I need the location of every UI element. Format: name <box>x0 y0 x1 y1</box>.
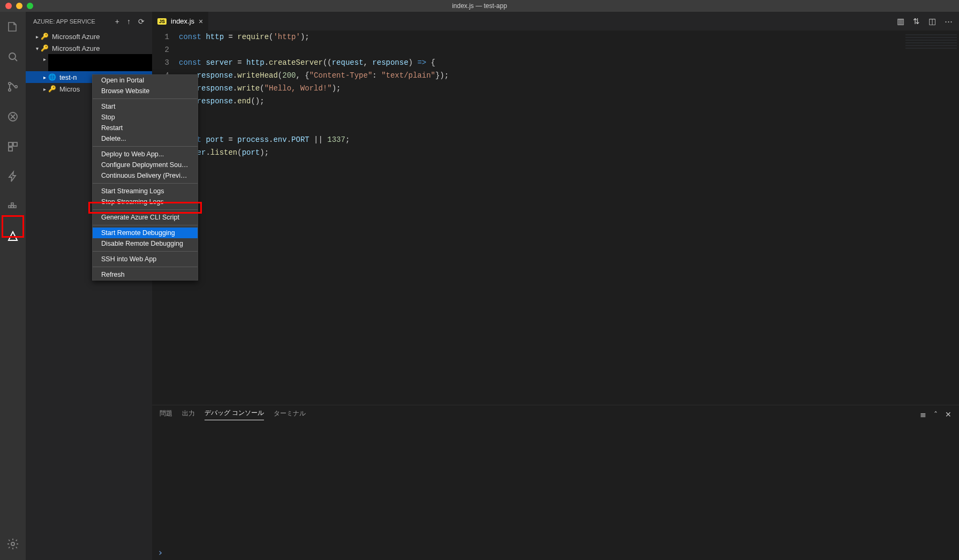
clear-console-icon[interactable]: ≣ <box>920 410 926 419</box>
line-number: 1 <box>152 31 169 43</box>
tab-index-js[interactable]: JS index.js × <box>152 12 209 31</box>
panel-tab-debug-console[interactable]: デバッグ コンソール <box>205 408 264 420</box>
chevron-right-icon: ▸ <box>33 34 41 40</box>
svg-rect-9 <box>11 206 13 208</box>
key-icon: 🔑 <box>41 33 49 40</box>
ctx-separator <box>93 99 198 99</box>
sidebar-header: AZURE: APP SERVICE + ↑ ⟳ <box>26 12 152 31</box>
main-area: AZURE: APP SERVICE + ↑ ⟳ ▸ 🔑 Microsoft A… <box>0 12 959 560</box>
svg-point-12 <box>11 542 14 546</box>
chevron-down-icon: ▾ <box>33 46 41 51</box>
tree-label: test-n <box>59 73 77 81</box>
ctx-separator <box>93 225 198 225</box>
panel-close-icon[interactable]: ✕ <box>945 410 952 419</box>
tree-redacted-item: ▸ <box>26 54 152 71</box>
ctx-browse-website[interactable]: Browse Website <box>93 86 198 96</box>
line-number: 2 <box>152 43 169 56</box>
tree-label: Microsoft Azure <box>52 33 100 41</box>
svg-point-3 <box>15 86 17 88</box>
app-root: index.js — test-app <box>0 0 959 560</box>
ctx-refresh[interactable]: Refresh <box>93 269 198 280</box>
ctx-disable-remote-debugging[interactable]: Disable Remote Debugging <box>93 238 198 249</box>
minimize-window-button[interactable] <box>16 3 22 9</box>
docker-icon[interactable] <box>0 196 26 217</box>
sidebar-refresh-icon[interactable]: ⟳ <box>138 17 145 26</box>
code-editor[interactable]: 1 2 3 4 5 6 7 8 9 10 const http = requir… <box>152 31 959 405</box>
panel-tab-output[interactable]: 出力 <box>182 409 195 420</box>
compare-changes-icon[interactable]: ▥ <box>897 17 904 26</box>
svg-rect-5 <box>9 142 12 146</box>
tab-label: index.js <box>171 17 194 25</box>
tab-close-icon[interactable]: × <box>199 17 203 26</box>
sidebar: AZURE: APP SERVICE + ↑ ⟳ ▸ 🔑 Microsoft A… <box>26 12 152 560</box>
azure-functions-icon[interactable] <box>0 166 26 187</box>
ctx-start-streaming[interactable]: Start Streaming Logs <box>93 186 198 196</box>
titlebar: index.js — test-app <box>0 0 959 12</box>
svg-rect-8 <box>9 206 11 208</box>
tree-label: Microsoft Azure <box>52 44 100 52</box>
ctx-continuous-delivery[interactable]: Continuous Delivery (Preview) <box>93 170 198 181</box>
sidebar-actions: + ↑ ⟳ <box>115 17 145 26</box>
tree-label: Micros <box>59 85 80 93</box>
debug-console-prompt-icon[interactable]: › <box>152 547 959 560</box>
debug-icon[interactable] <box>0 106 26 127</box>
panel-maximize-icon[interactable]: ˄ <box>934 410 938 419</box>
more-actions-icon[interactable]: ⋯ <box>945 17 953 26</box>
open-changes-icon[interactable]: ⇅ <box>913 17 920 26</box>
explorer-icon[interactable] <box>0 16 26 37</box>
ctx-start[interactable]: Start <box>93 101 198 112</box>
minimap[interactable] <box>905 33 957 49</box>
chevron-right-icon: ▸ <box>41 86 48 92</box>
bottom-panel: 問題 出力 デバッグ コンソール ターミナル ≣ ˄ ✕ › <box>152 405 959 560</box>
search-icon[interactable] <box>0 46 26 67</box>
ctx-restart[interactable]: Restart <box>93 123 198 133</box>
maximize-window-button[interactable] <box>27 3 33 9</box>
ctx-separator <box>93 251 198 252</box>
editor-toolbar: ▥ ⇅ ◫ ⋯ <box>897 12 959 31</box>
ctx-separator <box>93 183 198 184</box>
sidebar-deploy-icon[interactable]: ↑ <box>127 17 131 26</box>
extensions-icon[interactable] <box>0 136 26 157</box>
globe-icon: 🌐 <box>48 73 56 81</box>
ctx-configure-deploy[interactable]: Configure Deployment Source... <box>93 160 198 170</box>
panel-actions: ≣ ˄ ✕ <box>920 410 952 419</box>
ctx-delete[interactable]: Delete... <box>93 133 198 144</box>
sidebar-add-icon[interactable]: + <box>115 17 119 26</box>
panel-tab-terminal[interactable]: ターミナル <box>274 409 306 420</box>
key-icon: 🔑 <box>48 85 56 93</box>
line-number: 3 <box>152 56 169 69</box>
ctx-separator <box>93 146 198 147</box>
panel-body[interactable] <box>152 423 959 547</box>
azure-icon-highlight <box>2 215 24 238</box>
panel-tabs: 問題 出力 デバッグ コンソール ターミナル ≣ ˄ ✕ <box>152 405 959 423</box>
svg-rect-10 <box>14 206 16 208</box>
ctx-separator <box>93 267 198 267</box>
tree-subscription-1[interactable]: ▾ 🔑 Microsoft Azure <box>26 42 152 54</box>
ctx-ssh[interactable]: SSH into Web App <box>93 254 198 264</box>
js-file-icon: JS <box>157 18 167 25</box>
split-editor-icon[interactable]: ◫ <box>928 17 936 26</box>
tree-subscription-0[interactable]: ▸ 🔑 Microsoft Azure <box>26 31 152 42</box>
ctx-generate-cli[interactable]: Generate Azure CLI Script <box>93 212 198 223</box>
close-window-button[interactable] <box>5 3 12 9</box>
svg-point-0 <box>9 53 16 59</box>
context-menu: Open in Portal Browse Website Start Stop… <box>92 74 198 281</box>
ctx-open-portal[interactable]: Open in Portal <box>93 75 198 86</box>
settings-gear-icon[interactable] <box>0 533 26 555</box>
code-content[interactable]: const http = require('http'); const serv… <box>179 31 959 405</box>
ctx-deploy[interactable]: Deploy to Web App... <box>93 149 198 160</box>
editor-area: JS index.js × ▥ ⇅ ◫ ⋯ 1 2 3 4 5 6 7 8 9 … <box>152 12 959 560</box>
svg-rect-11 <box>11 203 13 205</box>
chevron-right-icon: ▸ <box>41 74 48 80</box>
editor-tabs: JS index.js × ▥ ⇅ ◫ ⋯ <box>152 12 959 31</box>
svg-point-2 <box>9 89 11 91</box>
ctx-stop-streaming[interactable]: Stop Streaming Logs <box>93 196 198 207</box>
activity-bar <box>0 12 26 560</box>
svg-rect-7 <box>9 147 12 151</box>
sidebar-title: AZURE: APP SERVICE <box>33 18 95 25</box>
source-control-icon[interactable] <box>0 76 26 97</box>
ctx-stop[interactable]: Stop <box>93 112 198 123</box>
ctx-start-remote-debugging[interactable]: Start Remote Debugging <box>93 228 198 238</box>
key-icon: 🔑 <box>41 44 49 52</box>
panel-tab-problems[interactable]: 問題 <box>160 409 172 420</box>
